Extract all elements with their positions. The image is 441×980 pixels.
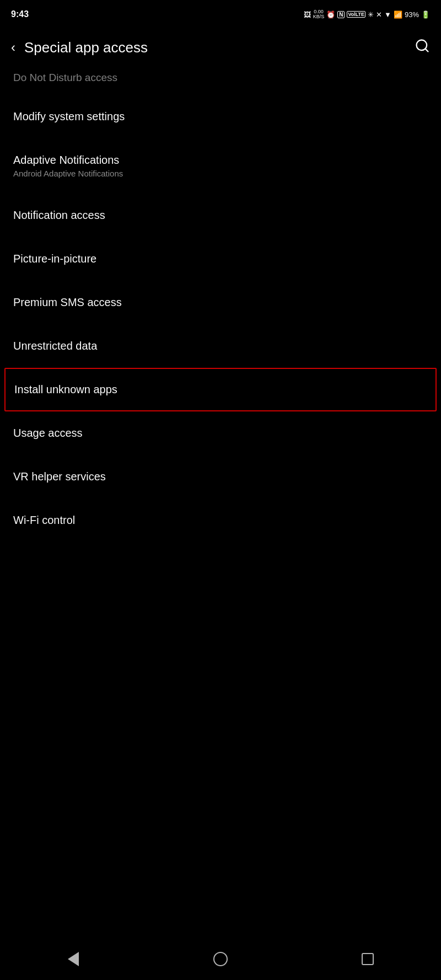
menu-item-label: Modify system settings <box>13 110 125 122</box>
nav-back-button[interactable] <box>66 951 81 967</box>
gallery-icon: 🖼 <box>304 10 311 19</box>
data-speed-icon: 0.00 KB/S <box>313 9 325 19</box>
header: ‹ Special app access <box>0 28 441 67</box>
content-area: Do Not Disturb access Modify system sett… <box>0 67 441 586</box>
menu-item-label: Premium SMS access <box>13 296 122 308</box>
menu-item-label: Unrestricted data <box>13 340 97 352</box>
search-button[interactable] <box>415 38 430 57</box>
menu-item-label: Notification access <box>13 209 105 221</box>
back-button[interactable]: ‹ <box>11 40 15 55</box>
menu-item-label: Install unknown apps <box>14 383 117 395</box>
bluetooth-icon: ✳ <box>368 10 374 19</box>
status-icons: 🖼 0.00 KB/S ⏰ N VolLTE ✳ ✕ ▼ 📶 93% 🔋 <box>304 9 430 19</box>
list-item[interactable]: VR helper services <box>0 455 441 499</box>
list-item[interactable]: Adaptive Notifications Android Adaptive … <box>0 138 441 194</box>
list-item[interactable]: Do Not Disturb access <box>0 67 441 95</box>
page-title: Special app access <box>24 39 406 56</box>
list-item[interactable]: Picture-in-picture <box>0 237 441 281</box>
status-bar: 9:43 🖼 0.00 KB/S ⏰ N VolLTE ✳ ✕ ▼ 📶 93% … <box>0 0 441 28</box>
status-time: 9:43 <box>11 9 29 19</box>
menu-item-label: Do Not Disturb access <box>13 72 117 83</box>
nav-home-button[interactable] <box>213 951 228 967</box>
menu-item-label: Usage access <box>13 427 83 439</box>
menu-item-label: Picture-in-picture <box>13 253 96 265</box>
nav-bar <box>0 942 441 980</box>
signal-x-icon: ✕ <box>376 10 382 19</box>
menu-item-label: Wi-Fi control <box>13 514 75 526</box>
menu-item-label: Adaptive Notifications <box>13 154 428 167</box>
nfc-icon: N <box>337 11 345 18</box>
list-item[interactable]: Premium SMS access <box>0 281 441 324</box>
battery-percent: 93% <box>405 10 419 19</box>
list-item[interactable]: Modify system settings <box>0 95 441 138</box>
list-item[interactable]: Usage access <box>0 411 441 455</box>
cellular-icon: 📶 <box>394 10 402 19</box>
menu-item-subtitle: Android Adaptive Notifications <box>13 169 428 178</box>
alarm-icon: ⏰ <box>326 10 335 19</box>
list-item[interactable]: Unrestricted data <box>0 324 441 368</box>
menu-item-label: VR helper services <box>13 470 106 483</box>
svg-line-1 <box>425 49 428 51</box>
install-unknown-apps-item[interactable]: Install unknown apps <box>4 368 437 411</box>
battery-icon: 🔋 <box>421 10 430 19</box>
wifi-icon: ▼ <box>384 10 391 19</box>
list-item[interactable]: Wi-Fi control <box>0 499 441 542</box>
nav-recent-button[interactable] <box>360 951 375 967</box>
volte-icon: VolLTE <box>347 11 365 18</box>
list-item[interactable]: Notification access <box>0 194 441 237</box>
